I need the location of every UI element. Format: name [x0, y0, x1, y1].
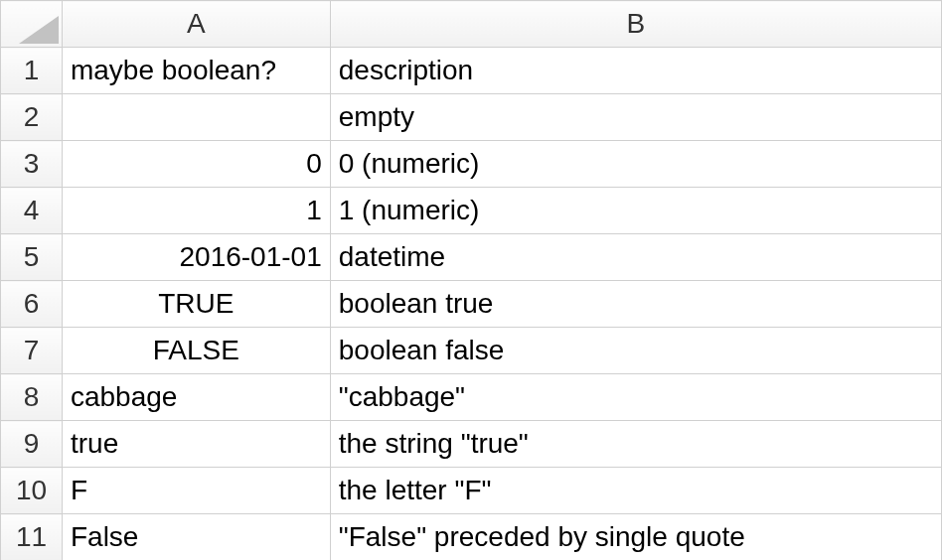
- cell-a8[interactable]: cabbage: [62, 374, 330, 421]
- column-header-row: A B: [1, 1, 942, 48]
- cell-b11[interactable]: "False" preceded by single quote: [330, 514, 941, 561]
- cell-b10[interactable]: the letter "F": [330, 468, 941, 514]
- table-row: 1 maybe boolean? description: [1, 48, 942, 94]
- cell-a5[interactable]: 2016-01-01: [62, 234, 330, 281]
- cell-a6[interactable]: TRUE: [62, 281, 330, 328]
- row-header[interactable]: 2: [1, 94, 63, 141]
- cell-a10[interactable]: F: [62, 468, 330, 514]
- table-row: 8 cabbage "cabbage": [1, 374, 942, 421]
- cell-b9[interactable]: the string "true": [330, 421, 941, 468]
- cell-a11[interactable]: False: [62, 514, 330, 561]
- table-row: 9 true the string "true": [1, 421, 942, 468]
- cell-a3[interactable]: 0: [62, 141, 330, 188]
- cell-a4[interactable]: 1: [62, 188, 330, 234]
- column-header-b[interactable]: B: [330, 1, 941, 48]
- table-row: 10 F the letter "F": [1, 468, 942, 514]
- row-header[interactable]: 6: [1, 281, 63, 328]
- cell-a1[interactable]: maybe boolean?: [62, 48, 330, 94]
- cell-b7[interactable]: boolean false: [330, 328, 941, 374]
- table-row: 5 2016-01-01 datetime: [1, 234, 942, 281]
- cell-b5[interactable]: datetime: [330, 234, 941, 281]
- row-header[interactable]: 1: [1, 48, 63, 94]
- cell-b8[interactable]: "cabbage": [330, 374, 941, 421]
- row-header[interactable]: 4: [1, 188, 63, 234]
- row-header[interactable]: 9: [1, 421, 63, 468]
- row-header[interactable]: 10: [1, 468, 63, 514]
- cell-a2[interactable]: [62, 94, 330, 141]
- cell-b2[interactable]: empty: [330, 94, 941, 141]
- select-all-corner[interactable]: [1, 1, 63, 48]
- table-row: 2 empty: [1, 94, 942, 141]
- row-header[interactable]: 3: [1, 141, 63, 188]
- row-header[interactable]: 8: [1, 374, 63, 421]
- cell-b4[interactable]: 1 (numeric): [330, 188, 941, 234]
- table-row: 3 0 0 (numeric): [1, 141, 942, 188]
- spreadsheet: A B 1 maybe boolean? description 2 empty…: [0, 0, 942, 560]
- row-header[interactable]: 11: [1, 514, 63, 561]
- row-header[interactable]: 5: [1, 234, 63, 281]
- column-header-a[interactable]: A: [62, 1, 330, 48]
- row-header[interactable]: 7: [1, 328, 63, 374]
- cell-a7[interactable]: FALSE: [62, 328, 330, 374]
- cell-b3[interactable]: 0 (numeric): [330, 141, 941, 188]
- table-row: 7 FALSE boolean false: [1, 328, 942, 374]
- cell-a9[interactable]: true: [62, 421, 330, 468]
- cell-b1[interactable]: description: [330, 48, 941, 94]
- table-row: 4 1 1 (numeric): [1, 188, 942, 234]
- table-row: 11 False "False" preceded by single quot…: [1, 514, 942, 561]
- cell-b6[interactable]: boolean true: [330, 281, 941, 328]
- table-row: 6 TRUE boolean true: [1, 281, 942, 328]
